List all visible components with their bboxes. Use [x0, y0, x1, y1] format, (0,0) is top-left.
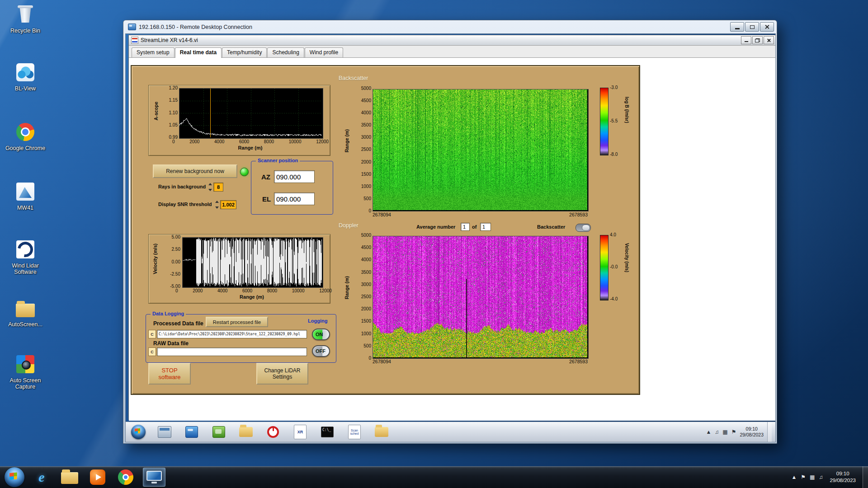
- remote-taskbar-icon-folder-gold[interactable]: [238, 424, 254, 440]
- app-restore-button[interactable]: [752, 36, 763, 44]
- network-icon[interactable]: ▦: [722, 429, 727, 435]
- raw-drive-selector[interactable]: C: [148, 347, 156, 356]
- remote-show-desktop-button[interactable]: [767, 422, 772, 442]
- desktop-icon-wind-lidar[interactable]: Wind Lidar Software: [5, 240, 46, 276]
- scan-icon-line2: sched: [350, 432, 359, 435]
- windows-logo-icon: [135, 428, 142, 435]
- network-icon[interactable]: ▦: [810, 474, 815, 480]
- desktop-icon-label: Google Chrome: [5, 145, 46, 151]
- desktop-icon-recycle-bin[interactable]: Recycle Bin: [5, 5, 46, 34]
- app-minimize-button[interactable]: [741, 36, 751, 44]
- maximize-icon: [750, 25, 755, 29]
- taskbar-icon-explorer[interactable]: [59, 468, 80, 486]
- taskbar-icon-chrome[interactable]: [115, 468, 137, 486]
- tab-temp-humidity[interactable]: Temp/humidity: [222, 47, 267, 57]
- remote-desktop: StreamLine XR v14-6.vi System setup Real…: [125, 33, 776, 442]
- tick-label: -8.0: [610, 152, 618, 157]
- el-field[interactable]: 090.000: [274, 192, 315, 205]
- remote-taskbar-icon-blue-app[interactable]: [184, 424, 200, 440]
- volume-icon[interactable]: ♫: [819, 474, 823, 480]
- chrome-icon: [118, 469, 133, 485]
- tick-label: 10000: [292, 288, 305, 293]
- backscatter-colorbar-ticks: -3.0-5.5-8.0: [610, 85, 625, 157]
- tab-system-setup[interactable]: System setup: [132, 47, 175, 57]
- clock[interactable]: 09:10 29/08/2023: [830, 470, 856, 484]
- action-center-icon[interactable]: ⚑: [731, 429, 736, 435]
- doppler-colorbar-label: Velocity (m/s): [624, 243, 629, 272]
- ascope-y-ticks: 1.201.151.101.050.99: [160, 86, 178, 140]
- average-total-field[interactable]: 1: [480, 223, 491, 231]
- remote-taskbar-icon-streamline-xr[interactable]: XR: [292, 424, 308, 440]
- remote-taskbar-icon-explorer[interactable]: [373, 424, 390, 440]
- processed-data-file-label: Processed Data file: [153, 320, 203, 327]
- remote-taskbar-icon-window[interactable]: [156, 424, 173, 440]
- rays-spinner[interactable]: [208, 183, 212, 192]
- labview-vi-icon: [131, 37, 138, 44]
- desktop: Recycle Bin BL-View Google Chrome MW41 W…: [0, 0, 868, 488]
- taskbar-icon-media-player[interactable]: [87, 468, 108, 486]
- doppler-x-first: 2678094: [373, 359, 391, 364]
- desktop-icon-bl-view[interactable]: BL-View: [5, 63, 46, 92]
- backscatter-x-last: 2678593: [569, 212, 588, 217]
- start-button[interactable]: [5, 467, 24, 487]
- tick-label: -3.0: [610, 85, 618, 90]
- rdp-titlebar[interactable]: 192.168.0.150 - Remote Desktop Connectio…: [125, 20, 775, 33]
- snr-threshold-field[interactable]: 1.002: [220, 200, 236, 209]
- doppler-section-title: Doppler: [339, 222, 359, 229]
- desktop-icon-auto-screen-capture[interactable]: Auto Screen Capture: [5, 355, 46, 390]
- volume-icon[interactable]: ♫: [715, 429, 719, 435]
- remote-taskbar-icon-green-app[interactable]: [211, 424, 227, 440]
- restart-processed-file-button[interactable]: Restart processed file: [206, 317, 268, 327]
- processed-path-field[interactable]: C:\Lidar\Data\Proc\2023\202308\20230829\…: [157, 330, 307, 338]
- rdp-maximize-button[interactable]: [745, 22, 759, 32]
- tick-label: 6000: [242, 288, 252, 293]
- app-close-button[interactable]: [764, 36, 774, 44]
- app-titlebar[interactable]: StreamLine XR v14-6.vi: [129, 35, 775, 46]
- show-hidden-icons-arrow[interactable]: ▲: [706, 429, 711, 435]
- background-led-indicator: [240, 168, 249, 176]
- backscatter-colorbar: [600, 88, 609, 155]
- rays-in-background-field[interactable]: 8: [213, 183, 223, 192]
- action-center-icon[interactable]: ⚑: [801, 474, 806, 480]
- backscatter-x-first: 2678094: [373, 212, 391, 217]
- window-app-ic on: [158, 426, 171, 438]
- raw-logging-off-switch[interactable]: OFF: [312, 345, 330, 357]
- desktop-icon-mw41[interactable]: MW41: [5, 183, 46, 211]
- taskbar-icon-remote-desktop[interactable]: [143, 468, 165, 487]
- app-content: A-scope 1.201.151.101.050.99 02000400060…: [129, 58, 775, 421]
- change-lidar-settings-button[interactable]: Change LiDAR Settings: [256, 363, 308, 385]
- remote-clock-time: 09:10: [740, 426, 764, 432]
- show-hidden-icons-arrow[interactable]: ▲: [791, 474, 797, 480]
- renew-background-button[interactable]: Renew background now: [153, 164, 237, 178]
- ascope-y-axis-label: A-scope: [153, 102, 159, 120]
- remote-taskbar-icon-terminal[interactable]: C:\_: [319, 424, 335, 440]
- backscatter-toggle-switch[interactable]: [576, 224, 591, 232]
- rdp-minimize-button[interactable]: [730, 22, 744, 32]
- host-taskbar: e ▲ ⚑ ▦ ♫ 09:10 29/08/2023: [0, 466, 868, 488]
- change-button-line2: Settings: [273, 374, 292, 380]
- tab-real-time-data[interactable]: Real time data: [175, 47, 222, 58]
- remote-start-button[interactable]: [131, 425, 146, 439]
- tick-label: 2000: [193, 288, 203, 293]
- stop-software-button[interactable]: STOP software: [148, 363, 191, 385]
- desktop-icon-autoscreen[interactable]: AutoScreen...: [5, 299, 46, 328]
- remote-taskbar-icon-scan-scheduler[interactable]: Scan sched: [346, 424, 363, 440]
- show-desktop-button[interactable]: [863, 466, 868, 488]
- snr-spinner[interactable]: [214, 200, 219, 209]
- rdp-close-button[interactable]: [760, 22, 774, 32]
- tab-scheduling[interactable]: Scheduling: [267, 47, 304, 57]
- taskbar-icon-internet-explorer[interactable]: e: [31, 468, 52, 486]
- raw-path-field[interactable]: [157, 347, 307, 356]
- desktop-icon-google-chrome[interactable]: Google Chrome: [5, 123, 46, 151]
- processed-drive-selector[interactable]: C: [148, 330, 156, 338]
- average-number-field[interactable]: 1: [461, 223, 470, 231]
- az-field[interactable]: 090.000: [274, 170, 315, 183]
- tab-wind-profile[interactable]: Wind profile: [305, 47, 343, 57]
- folder-icon: [61, 472, 78, 484]
- tick-label: 3000: [361, 282, 371, 287]
- processed-logging-on-switch[interactable]: ON: [312, 328, 330, 340]
- tick-label: 1500: [361, 172, 371, 177]
- backscatter-x-ticks: 2678094 2678593: [373, 212, 588, 217]
- remote-clock[interactable]: 09:10 29/08/2023: [740, 426, 764, 438]
- remote-taskbar-icon-power[interactable]: [265, 424, 281, 440]
